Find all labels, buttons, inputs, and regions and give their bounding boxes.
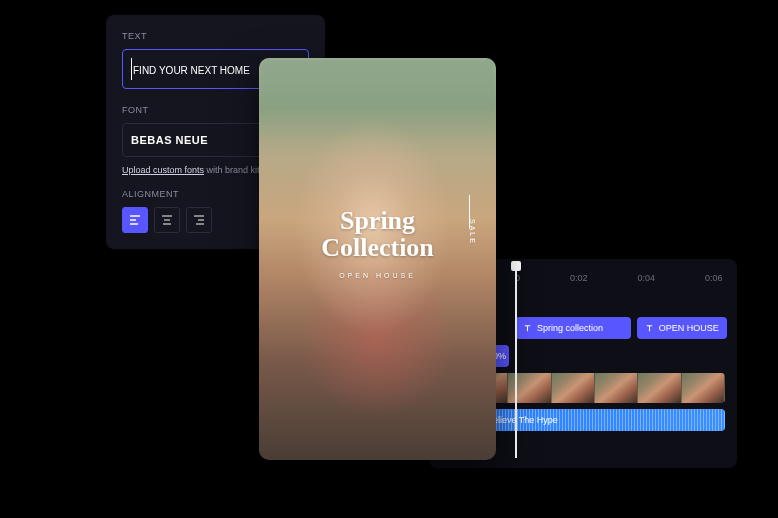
text-icon <box>523 324 532 333</box>
align-center-icon <box>161 214 173 226</box>
playhead[interactable] <box>515 263 517 458</box>
ruler-tick: 0:02 <box>570 273 588 283</box>
text-clip-spring[interactable]: Spring collection <box>515 317 631 339</box>
align-left-button[interactable] <box>122 207 148 233</box>
video-track[interactable] <box>465 373 725 403</box>
video-thumbnail <box>682 373 725 403</box>
text-icon <box>645 324 654 333</box>
preview-subtitle: OPEN HOUSE <box>321 272 434 279</box>
text-track-row: Spring collection OPEN HOUSE <box>461 317 727 339</box>
preview-side-text: SALE <box>469 219 476 245</box>
ruler-tick: 0:06 <box>705 273 723 283</box>
text-section-label: TEXT <box>122 31 309 41</box>
align-right-icon <box>193 214 205 226</box>
align-left-icon <box>129 214 141 226</box>
ruler-tick: 0:04 <box>638 273 656 283</box>
preview-title: SpringCollection <box>321 207 434 262</box>
align-center-button[interactable] <box>154 207 180 233</box>
video-thumbnail <box>552 373 595 403</box>
zoom-track-row: 100% <box>461 345 727 367</box>
preview-text-overlay: SpringCollection OPEN HOUSE <box>321 207 434 279</box>
align-right-button[interactable] <box>186 207 212 233</box>
text-clip-openhouse[interactable]: OPEN HOUSE <box>637 317 727 339</box>
audio-clip[interactable]: Believe The Hype <box>465 409 725 431</box>
video-thumbnail <box>638 373 681 403</box>
video-thumbnail <box>595 373 638 403</box>
video-preview[interactable]: SALE SpringCollection OPEN HOUSE <box>259 58 496 460</box>
